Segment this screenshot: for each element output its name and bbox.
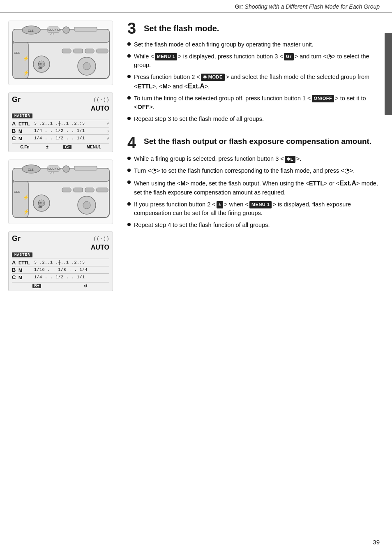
step3-bullet-5-text: Repeat step 3 to set the flash mode of a… [134,115,380,123]
lcd1-row-b: B M 1/4 . . 1/2 . . 1/1 ⚡ [12,127,109,134]
lcd1-row-c: C M 1/4 . . 1/2 . . 1/1 ⚡ [12,134,109,142]
svg-text:SEL/: SEL/ [38,63,44,66]
svg-text:ODE: ODE [14,190,21,193]
svg-text:LOCK ON: LOCK ON [48,167,62,170]
sidebar-accent [385,33,392,115]
bullet-dot [127,169,131,172]
lcd1-auto: AUTO [12,105,109,112]
step4-bullet-2-text: Turn <◔> to set the flash function corre… [134,167,380,175]
lcd2-master: MASTER [12,252,32,257]
page-header: Gr: Shooting with a Different Flash Mode… [0,0,392,13]
svg-rect-17 [97,49,108,53]
bullet-dot [127,223,131,226]
svg-text:⚡: ⚡ [23,194,29,200]
header-rest: : Shooting with a Different Flash Mode f… [242,3,380,10]
step4-bullet-1: While a firing group is selected, press … [127,155,380,163]
step3-bullet-3-text: Press function button 2 <✱ MODE> and sel… [134,73,380,91]
svg-rect-37 [62,188,71,192]
step4-bullet-5: Repeat step 4 to set the flash function … [127,221,380,229]
header-bold: Gr [235,3,241,10]
svg-text:OFF: OFF [50,32,55,35]
bullet-dot [127,75,131,78]
svg-text:SET: SET [38,205,44,208]
main-content: CLE LOCK ON OFF SEL/ SET [0,13,392,299]
dial-symbol2: ◔ [151,167,157,174]
svg-rect-9 [74,27,97,31]
svg-text:ODE: ODE [14,51,21,54]
camera-diagram-1: CLE LOCK ON OFF SEL/ SET [8,21,113,85]
step3-bullet-1-text: Set the flash mode of each firing group … [134,40,380,49]
bullet-dot [127,96,131,99]
svg-point-31 [63,166,69,172]
svg-point-42 [83,201,90,209]
step4-bullet-4: If you press function button 2 <±> when … [127,200,380,217]
set-symbol: ◔ [344,167,350,174]
lcd2-wifi: ((·)) [93,236,109,242]
menu1-badge2: MENU 1 [249,201,272,208]
svg-rect-32 [74,166,97,170]
bullet-dot [127,42,131,46]
svg-text:OFF: OFF [50,171,55,174]
lcd1-master: MASTER [12,113,32,118]
svg-rect-40 [97,188,108,192]
step4-bullet-3-text: When using the <M> mode, set the flash o… [134,178,380,197]
bullet-dot [127,157,131,160]
step4-bullet-4-text: If you press function button 2 <±> when … [134,200,380,217]
camera-svg-2: CLE LOCK ON OFF SEL/ SET ⚡ ⚡ ODE [9,160,113,224]
lcd1-wifi: ((·)) [93,97,109,103]
svg-rect-15 [74,49,83,53]
svg-text:LOCK ON: LOCK ON [48,28,62,31]
star-pm-badge: ✱± [285,156,295,163]
svg-text:⚡: ⚡ [23,55,29,61]
right-column: 3 Set the flash mode. Set the flash mode… [123,21,380,291]
step3-bullet-2-text: While <MENU 1> is displayed, press funct… [134,52,380,69]
page-number: 39 [373,539,380,546]
lcd-panel-2: Gr ((·)) AUTO MASTER A ETTL 3..2..1..┼..… [8,231,113,291]
step4-bullet-3: When using the <M> mode, set the flash o… [127,178,380,197]
lcd-panel-1: Gr ((·)) AUTO MASTER A ETTL 3..2..1..┼..… [8,93,113,152]
svg-rect-16 [85,49,94,53]
lcd2-gr: Gr [12,234,21,243]
lcd2-row-b: B M 1/16 . . 1/8 . . 1/4 [12,266,109,273]
bullet-dot [127,54,131,58]
left-column: CLE LOCK ON OFF SEL/ SET [8,21,119,291]
step3-bullet-5: Repeat step 3 to set the flash mode of a… [127,115,380,123]
lcd1-bottom: C.Fn ± Gr MENU1 [12,143,109,149]
step3-number: 3 [127,21,141,36]
lcd1-gr: Gr [12,95,21,104]
pm-badge: ± [217,201,224,208]
step3-bullet-1: Set the flash mode of each firing group … [127,40,380,49]
step3-heading: Set the flash mode. [144,21,219,34]
svg-rect-39 [85,188,94,192]
svg-text:SEL/: SEL/ [38,202,44,205]
svg-text:⚡: ⚡ [23,69,29,76]
step3-bullet-4-text: To turn the firing of the selected group… [134,94,380,111]
bullet-dot [127,180,131,184]
header-title: Gr: Shooting with a Different Flash Mode… [235,3,380,10]
lcd1-row-a: A ETTL 3..2..1..┼..1..2.:3 ⚡ [12,120,109,127]
step3: 3 Set the flash mode. [127,21,380,36]
svg-point-8 [63,27,69,33]
svg-rect-38 [74,188,83,192]
step4-bullet-list: While a firing group is selected, press … [127,155,380,229]
svg-text:SET: SET [38,66,44,69]
step4: 4 Set the flash output or flash exposure… [127,135,380,150]
step3-bullet-2: While <MENU 1> is displayed, press funct… [127,52,380,69]
svg-text:CLE: CLE [28,168,34,171]
bullet-dot [127,202,131,206]
menu1-badge: MENU 1 [155,53,178,60]
step4-heading: Set the flash output or flash exposure c… [144,135,371,147]
lcd2-row-c: C M 1/4 . . 1/2 . . 1/1 [12,273,109,281]
step4-bullet-5-text: Repeat step 4 to set the flash function … [134,221,380,229]
onoff-badge: ON/OFF [312,95,334,102]
step4-number: 4 [127,135,141,150]
step3-bullet-list: Set the flash mode of each firing group … [127,40,380,123]
lcd2-auto: AUTO [12,244,109,251]
bullet-dot [127,117,131,120]
step3-bullet-4: To turn the firing of the selected group… [127,94,380,111]
gr-badge: Gr [284,53,294,60]
camera-svg-1: CLE LOCK ON OFF SEL/ SET [9,21,113,85]
dial-symbol: ◔ [327,53,332,60]
lcd2-bottom: B± ↺ [12,282,109,288]
svg-rect-14 [62,49,71,53]
